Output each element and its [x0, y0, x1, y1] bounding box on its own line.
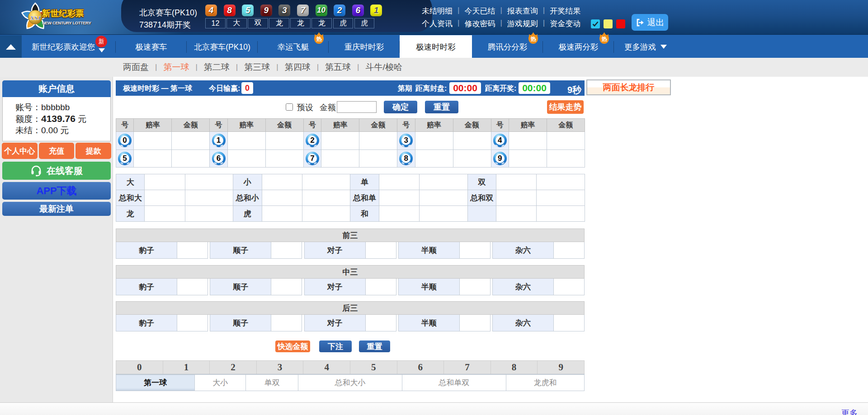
svg-text:XSJ: XSJ [29, 14, 41, 21]
svg-text:热: 热 [530, 36, 537, 42]
svg-text:热: 热 [601, 36, 608, 42]
svg-text:热: 热 [316, 36, 322, 42]
